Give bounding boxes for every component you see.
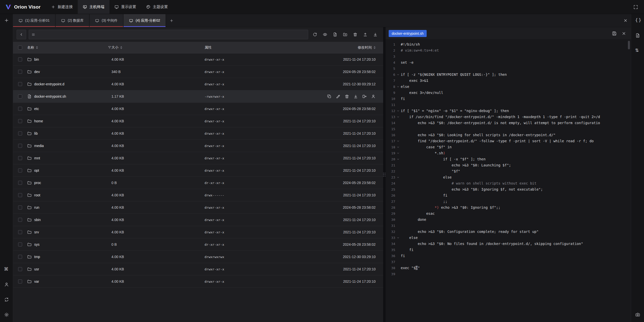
row-checkbox[interactable]: [18, 119, 22, 123]
row-action-move-icon[interactable]: [362, 94, 367, 99]
row-checkbox[interactable]: [18, 242, 22, 246]
row-action-download-icon[interactable]: [353, 94, 358, 99]
menu-item-theme-settings[interactable]: 主题设置: [141, 0, 173, 14]
shortcut-button[interactable]: ⌘: [3, 266, 10, 273]
table-row[interactable]: srv4.00 KBdrwxr-xr-x2021-11-24 17:20:10: [13, 226, 383, 238]
table-row[interactable]: root4.00 KBdrwx------2021-11-24 17:20:10: [13, 189, 383, 201]
row-checkbox[interactable]: [18, 230, 22, 234]
add-tab-button[interactable]: [3, 17, 10, 24]
fold-toggle[interactable]: [395, 115, 401, 119]
row-action-copy-icon[interactable]: [327, 94, 332, 99]
switch-button[interactable]: [3, 296, 10, 303]
table-row[interactable]: run4.00 KBdrwxr-xr-x2024-05-28 23:58:02: [13, 201, 383, 214]
row-checkbox[interactable]: [18, 205, 22, 209]
row-checkbox[interactable]: [18, 168, 22, 172]
menu-item-display-settings[interactable]: 显示设置: [109, 0, 141, 14]
fold-toggle[interactable]: [395, 146, 401, 149]
new-file-button[interactable]: [331, 30, 339, 39]
menu-item-new-connection[interactable]: 新建连接: [46, 0, 78, 14]
editor-save-button[interactable]: [610, 29, 618, 38]
file-manager-button[interactable]: [634, 32, 641, 39]
fold-toggle[interactable]: [395, 139, 401, 143]
row-checkbox[interactable]: [18, 255, 22, 259]
editor-scrollbar-thumb[interactable]: [628, 41, 630, 49]
menu-item-host-terminal[interactable]: 主机终端: [78, 0, 109, 14]
row-action-edit-icon[interactable]: [336, 94, 340, 99]
new-folder-button[interactable]: [341, 30, 349, 39]
row-checkbox[interactable]: [18, 181, 22, 185]
fullscreen-button[interactable]: [632, 3, 639, 11]
table-row[interactable]: sbin4.00 KBdrwxr-xr-x2021-11-24 17:20:10: [13, 214, 383, 226]
table-row[interactable]: sys0 Bdr-xr-xr-x2024-05-28 23:58:02: [13, 238, 383, 251]
table-row[interactable]: home4.00 KBdrwxr-xr-x2021-11-24 17:20:10: [13, 115, 383, 127]
table-row[interactable]: var4.00 KBdrwxr-xr-x2021-11-24 17:20:10: [13, 275, 383, 288]
fold-toggle[interactable]: [395, 176, 401, 179]
row-checkbox[interactable]: [18, 94, 22, 98]
table-row[interactable]: proc0 Bdr-xr-xr-x2024-05-28 23:58:02: [13, 177, 383, 189]
brand[interactable]: Orion Visor: [0, 0, 46, 14]
path-input[interactable]: [37, 32, 305, 37]
upload-button[interactable]: [361, 30, 370, 39]
code-editor[interactable]: 1#!/bin/sh2# vim:sw=4:ts=4:et34set -e56i…: [386, 40, 631, 322]
column-header-name[interactable]: 名称: [27, 45, 111, 50]
row-action-permission-icon[interactable]: [371, 94, 376, 99]
screenshot-button[interactable]: [634, 311, 641, 318]
download-button[interactable]: [371, 30, 380, 39]
fold-toggle[interactable]: [395, 73, 401, 76]
fold-toggle[interactable]: [395, 236, 401, 239]
show-hidden-button[interactable]: [321, 30, 329, 39]
row-checkbox[interactable]: [18, 156, 22, 160]
table-row[interactable]: mnt4.00 KBdrwxr-xr-x2021-11-24 17:20:10: [13, 152, 383, 164]
transfer-list-button[interactable]: ⇅: [634, 47, 641, 54]
sort-icon[interactable]: [36, 46, 38, 49]
editor-file-tab[interactable]: docker-entrypoint.sh: [389, 30, 427, 37]
back-button[interactable]: [17, 30, 26, 39]
close-tabs-button[interactable]: [620, 14, 631, 27]
table-row[interactable]: media4.00 KBdrwxr-xr-x2021-11-24 17:20:1…: [13, 140, 383, 152]
row-checkbox[interactable]: [18, 70, 22, 74]
fold-toggle[interactable]: [395, 85, 401, 88]
table-row[interactable]: usr4.00 KBdrwxr-xr-x2021-11-24 17:20:10: [13, 263, 383, 275]
table-row[interactable]: dev340 Bdrwxr-xr-x2024-05-28 23:58:02: [13, 66, 383, 78]
terminal-tab-4[interactable]: (4) 应用-分析02: [124, 14, 166, 27]
row-checkbox[interactable]: [18, 107, 22, 111]
user-info-button[interactable]: [3, 281, 10, 288]
table-row[interactable]: lib4.00 KBdrwxr-xr-x2021-11-24 17:20:10: [13, 127, 383, 140]
column-header-size[interactable]: 大小: [111, 45, 205, 50]
add-terminal-tab-button[interactable]: [166, 14, 177, 27]
terminal-tab-3[interactable]: (3) 中间件: [90, 14, 124, 27]
row-checkbox[interactable]: [18, 82, 22, 86]
row-checkbox[interactable]: [18, 57, 22, 61]
table-row[interactable]: etc4.00 KBdrwxr-xr-x2024-05-28 23:58:02: [13, 103, 383, 115]
menu-icon[interactable]: [31, 33, 35, 37]
row-action-delete-icon[interactable]: [345, 94, 349, 99]
select-all-checkbox[interactable]: [18, 46, 22, 50]
table-row[interactable]: docker-entrypoint.sh1.17 KB-rwxrwxr-x: [13, 90, 383, 103]
column-header-mtime[interactable]: 修改时间: [298, 45, 383, 50]
fold-toggle[interactable]: [395, 109, 401, 113]
sort-icon[interactable]: [374, 46, 376, 49]
splitter-grip[interactable]: [383, 173, 386, 177]
row-checkbox[interactable]: [18, 193, 22, 197]
row-checkbox[interactable]: [18, 279, 22, 283]
delete-button[interactable]: [351, 30, 359, 39]
terminal-tab-2[interactable]: (2) 数据库: [56, 14, 90, 27]
table-row[interactable]: docker-entrypoint.d4.00 KBdrwxr-xr-x2021…: [13, 78, 383, 90]
fold-toggle[interactable]: [395, 158, 401, 161]
snippets-button[interactable]: {}: [634, 17, 641, 24]
row-checkbox[interactable]: [18, 267, 22, 271]
row-checkbox[interactable]: [18, 218, 22, 222]
settings-button[interactable]: [3, 311, 10, 318]
filter-icon[interactable]: [108, 46, 111, 49]
sort-icon[interactable]: [120, 46, 122, 49]
fold-toggle[interactable]: [395, 152, 401, 155]
table-row[interactable]: tmp4.00 KBdrwxrwxrwx2021-12-30 03:29:10: [13, 251, 383, 263]
table-row[interactable]: bin4.00 KBdrwxr-xr-x2021-11-24 17:20:10: [13, 53, 383, 66]
row-checkbox[interactable]: [18, 144, 22, 148]
table-row[interactable]: opt4.00 KBdrwxr-xr-x2021-11-24 17:20:10: [13, 164, 383, 177]
panel-splitter[interactable]: [383, 27, 386, 322]
editor-close-button[interactable]: [620, 29, 628, 38]
refresh-button[interactable]: [311, 30, 319, 39]
terminal-tab-1[interactable]: (1) 应用-分析01: [13, 14, 56, 27]
row-checkbox[interactable]: [18, 131, 22, 135]
